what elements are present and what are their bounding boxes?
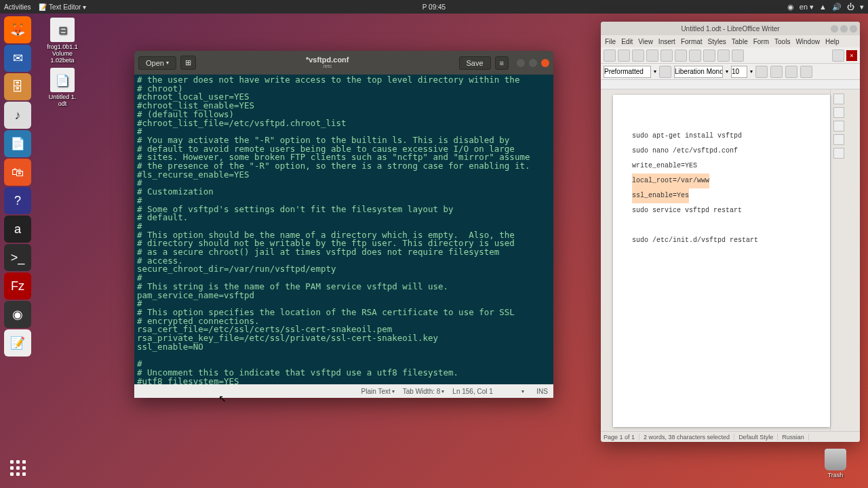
launcher-amazon[interactable]: a <box>4 216 31 243</box>
power-icon[interactable]: ⏻ <box>847 3 854 11</box>
paragraph-style-select[interactable] <box>604 66 651 78</box>
doc-line: write_enable=YES <box>632 159 819 174</box>
gedit-window: Open ▾ ⊞ *vsftpd.conf /etc Save ≡ # the … <box>134 51 553 398</box>
open-button[interactable]: Open ▾ <box>138 56 176 70</box>
new-icon[interactable] <box>604 49 616 62</box>
page-style[interactable]: Default Style <box>738 434 778 441</box>
font-name-select[interactable] <box>674 66 723 78</box>
save-icon[interactable] <box>632 49 644 62</box>
clock[interactable]: P 09:45 <box>422 3 446 11</box>
font-size-select[interactable] <box>731 66 747 78</box>
copy-icon[interactable] <box>689 49 701 62</box>
lo-titlebar: Untitled 1.odt - LibreOffice Writer <box>601 22 860 35</box>
show-applications-button[interactable] <box>4 454 31 481</box>
document-icon: 📄 <box>50 68 75 92</box>
launcher-files[interactable]: 🗄 <box>4 73 31 100</box>
launcher-writer[interactable]: 📄 <box>4 130 31 157</box>
close-doc-icon[interactable]: × <box>846 50 857 61</box>
new-tab-button[interactable]: ⊞ <box>180 56 196 70</box>
cursor-position: Ln 156, Col 1 <box>452 388 513 395</box>
find-icon[interactable] <box>832 49 844 62</box>
sidebar-page-icon[interactable] <box>833 148 844 159</box>
doc-line: ssl_enable=Yes <box>632 188 819 203</box>
page-count: Page 1 of 1 <box>604 434 639 441</box>
menu-styles[interactable]: Styles <box>708 38 726 45</box>
insert-indicator: INS <box>536 388 548 395</box>
redo-icon[interactable] <box>732 49 744 62</box>
lo-toolbar: × <box>601 47 860 64</box>
gedit-statusbar: Plain Text Tab Width: 8 Ln 156, Col 1 IN… <box>134 384 553 398</box>
lo-maximize-button[interactable] <box>840 25 848 33</box>
language-indicator[interactable]: en ▾ <box>800 3 814 12</box>
minimize-button[interactable] <box>517 59 525 67</box>
launcher-gedit[interactable]: 📝 <box>4 329 31 357</box>
save-button[interactable]: Save <box>459 56 491 70</box>
launcher-software[interactable]: 🛍 <box>4 159 31 186</box>
lo-statusbar: Page 1 of 1 2 words, 38 characters selec… <box>601 431 860 442</box>
syntax-selector[interactable]: Plain Text <box>361 388 395 395</box>
network-icon[interactable]: ▲ <box>819 3 827 11</box>
sidebar <box>830 89 846 431</box>
document-page[interactable]: sudo apt-get install vsftpdsudo nano /et… <box>613 95 830 427</box>
menu-edit[interactable]: Edit <box>621 38 633 45</box>
close-button[interactable] <box>541 59 549 67</box>
ruler[interactable] <box>601 80 860 89</box>
tab-width-selector[interactable]: Tab Width: 8 <box>403 388 445 395</box>
strike-icon[interactable] <box>800 66 812 78</box>
launcher-thunderbird[interactable]: ✉ <box>4 45 31 72</box>
menu-window[interactable]: Window <box>795 38 820 45</box>
desktop-icon-usb[interactable]: ⊟ frog1.0b1.1 Volume 1.02beta <box>42 18 83 64</box>
lo-close-button[interactable] <box>850 25 857 33</box>
hamburger-menu-button[interactable]: ≡ <box>495 56 509 70</box>
lo-menubar[interactable]: FileEditViewInsertFormatStylesTableFormT… <box>601 35 860 47</box>
menu-insert[interactable]: Insert <box>658 38 675 45</box>
gedit-headerbar: Open ▾ ⊞ *vsftpd.conf /etc Save ≡ <box>134 51 553 75</box>
italic-icon[interactable] <box>770 66 783 78</box>
launcher-rhythmbox[interactable]: ♪ <box>4 102 31 129</box>
cut-icon[interactable] <box>675 49 687 62</box>
app-menu[interactable]: 📝 Text Editor ▾ <box>39 3 86 11</box>
system-menu-icon[interactable]: ▾ <box>860 3 864 12</box>
sidebar-gallery-icon[interactable] <box>833 121 844 131</box>
menu-format[interactable]: Format <box>681 38 703 45</box>
doc-line: sudo nano /etc/vsftpd.conf <box>632 144 819 159</box>
activities-button[interactable]: Activities <box>4 3 31 11</box>
launcher-filezilla[interactable]: Fz <box>4 272 31 300</box>
print-icon[interactable] <box>660 49 673 62</box>
sidebar-navigator-icon[interactable] <box>833 134 844 145</box>
update-style-icon[interactable] <box>659 66 671 78</box>
export-icon[interactable] <box>646 49 658 62</box>
doc-line: sudo service vsftpd restart <box>632 203 819 218</box>
language[interactable]: Russian <box>782 434 809 441</box>
maximize-button[interactable] <box>529 59 537 67</box>
launcher: 🦊 ✉ 🗄 ♪ 📄 🛍 ? a >_ Fz ◉ 📝 <box>0 14 35 488</box>
lo-minimize-button[interactable] <box>831 25 838 33</box>
open-icon[interactable] <box>618 49 630 62</box>
obs-indicator-icon[interactable]: ◉ <box>787 3 794 12</box>
sidebar-properties-icon[interactable] <box>833 94 844 104</box>
insert-mode[interactable] <box>521 388 528 394</box>
editor-textarea[interactable]: # the user does not have write access to… <box>134 75 553 384</box>
launcher-help[interactable]: ? <box>4 187 31 214</box>
desktop-icon-document[interactable]: 📄 Untitled 1. odt <box>42 68 83 107</box>
doc-line <box>632 218 819 233</box>
menu-form[interactable]: Form <box>753 38 769 45</box>
sidebar-styles-icon[interactable] <box>833 107 844 118</box>
menu-tools[interactable]: Tools <box>774 38 790 45</box>
trash-icon[interactable]: Trash <box>825 449 846 479</box>
menu-help[interactable]: Help <box>825 38 840 45</box>
doc-line: sudo apt-get install vsftpd <box>632 129 819 144</box>
volume-icon[interactable]: 🔊 <box>832 3 842 12</box>
menu-table[interactable]: Table <box>732 38 748 45</box>
menu-view[interactable]: View <box>638 38 653 45</box>
underline-icon[interactable] <box>785 66 797 78</box>
launcher-firefox[interactable]: 🦊 <box>4 16 31 43</box>
gedit-subtitle: /etc <box>200 64 455 70</box>
lo-format-toolbar: ▾ ▾ ▾ <box>601 64 860 80</box>
menu-file[interactable]: File <box>605 38 616 45</box>
launcher-obs[interactable]: ◉ <box>4 301 31 328</box>
undo-icon[interactable] <box>717 49 730 62</box>
paste-icon[interactable] <box>703 49 715 62</box>
launcher-terminal[interactable]: >_ <box>4 244 31 271</box>
bold-icon[interactable] <box>755 66 768 78</box>
